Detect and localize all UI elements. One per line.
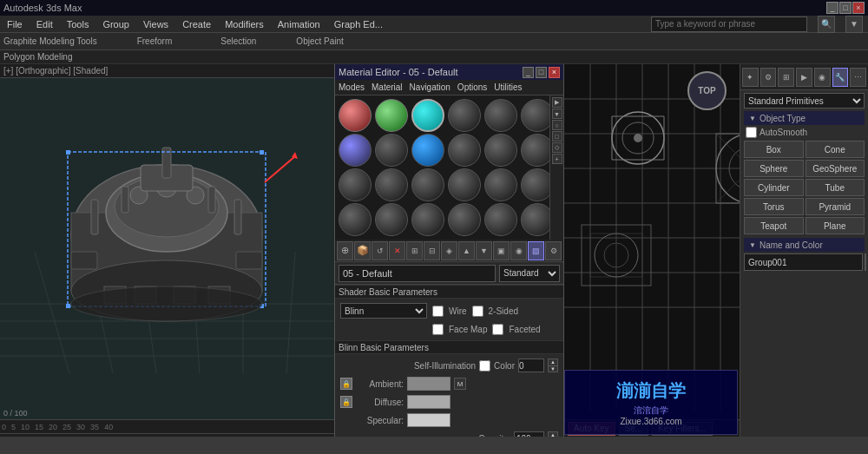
material-name-input[interactable] — [339, 265, 496, 282]
box-button[interactable]: Box — [744, 141, 804, 158]
cp-tab-modify[interactable]: ⚙ — [760, 68, 777, 87]
sphere-19[interactable] — [339, 203, 372, 236]
me-put-btn[interactable]: ▲ — [458, 241, 475, 260]
specular-swatch[interactable] — [407, 413, 450, 427]
menu-views[interactable]: Views — [141, 19, 170, 30]
opacity-input[interactable] — [514, 431, 544, 437]
viewport[interactable]: [+] [Orthographic] [Shaded] — [0, 64, 334, 437]
cp-tab-create[interactable]: ✦ — [742, 68, 759, 87]
me-side-btn-4[interactable]: □ — [552, 131, 562, 141]
menu-graph-ed[interactable]: Graph Ed... — [332, 19, 385, 30]
me-delete-btn[interactable]: ✕ — [389, 241, 405, 260]
two-sided-check[interactable] — [472, 306, 483, 317]
color-value[interactable] — [518, 359, 544, 372]
menu-file[interactable]: File — [5, 19, 24, 30]
sphere-8[interactable] — [375, 134, 408, 167]
search-button[interactable]: 🔍 — [818, 16, 835, 33]
color-spinner[interactable]: ▲ ▼ — [548, 359, 558, 372]
me-pick-btn[interactable]: ⊕ — [337, 241, 353, 260]
ambient-lock[interactable]: 🔒 — [340, 378, 352, 390]
sphere-3-active[interactable] — [411, 99, 444, 132]
sphere-17[interactable] — [484, 168, 517, 201]
me-background-btn[interactable]: ▣ — [493, 241, 510, 260]
cp-tab-display[interactable]: ◉ — [814, 68, 831, 87]
viewport-canvas[interactable]: 0 / 100 — [0, 78, 334, 419]
sphere-2[interactable] — [375, 99, 408, 132]
me-get-btn[interactable]: ▼ — [476, 241, 492, 260]
sphere-7[interactable] — [339, 134, 372, 167]
sphere-11[interactable] — [484, 134, 517, 167]
group-name-input[interactable] — [744, 253, 863, 271]
close-button[interactable]: × — [852, 2, 865, 14]
sphere-14[interactable] — [375, 168, 408, 201]
tube-button[interactable]: Tube — [806, 179, 865, 196]
cp-tab-hierarchy[interactable]: ⊞ — [778, 68, 794, 87]
shader-type-select[interactable]: Blinn — [340, 303, 427, 319]
cone-button[interactable]: Cone — [806, 141, 865, 158]
menu-edit[interactable]: Edit — [35, 19, 55, 30]
me-options-btn[interactable]: ⚙ — [545, 241, 562, 260]
sphere-21[interactable] — [411, 203, 444, 236]
me-close[interactable]: × — [549, 67, 560, 78]
autosmooth-check[interactable] — [746, 127, 757, 138]
me-menu-modes[interactable]: Modes — [337, 82, 366, 92]
me-reset-btn[interactable]: ↺ — [372, 241, 388, 260]
me-minimize[interactable]: _ — [523, 67, 534, 78]
object-type-header[interactable]: ▼ Object Type — [744, 111, 865, 125]
self-illum-check[interactable] — [479, 360, 490, 372]
search-extra-button[interactable]: ▼ — [845, 16, 863, 33]
minimize-button[interactable]: _ — [826, 2, 838, 14]
cylinder-button[interactable]: Cylinder — [744, 179, 804, 196]
ambient-swatch[interactable] — [407, 377, 450, 391]
me-view-btn-active[interactable]: ▧ — [528, 241, 544, 260]
me-side-btn-3[interactable]: ○ — [552, 120, 562, 130]
sphere-button[interactable]: Sphere — [744, 160, 804, 177]
sphere-16[interactable] — [448, 168, 481, 201]
sphere-10[interactable] — [448, 134, 481, 167]
ambient-map[interactable]: M — [454, 378, 466, 390]
sphere-5[interactable] — [484, 99, 517, 132]
sphere-1[interactable] — [339, 99, 372, 132]
material-type-select[interactable]: Standard — [499, 265, 560, 282]
geosphere-button[interactable]: GeoSphere — [806, 160, 865, 177]
menu-tools[interactable]: Tools — [65, 19, 91, 30]
me-side-btn-6[interactable]: + — [552, 154, 562, 164]
me-copy-btn[interactable]: ⊞ — [406, 241, 423, 260]
teapot-button[interactable]: Teapot — [744, 217, 804, 234]
wire-check[interactable] — [432, 306, 444, 317]
cp-tab-extra1[interactable]: ⋯ — [850, 68, 866, 87]
cp-category-select[interactable]: Standard Primitives — [744, 93, 865, 109]
me-menu-options[interactable]: Options — [456, 82, 489, 92]
sphere-22[interactable] — [448, 203, 481, 236]
cp-tab-motion[interactable]: ▶ — [796, 68, 812, 87]
sphere-13[interactable] — [339, 168, 372, 201]
torus-button[interactable]: Torus — [744, 198, 804, 215]
me-menu-utilities[interactable]: Utilities — [492, 82, 523, 92]
search-input[interactable] — [651, 16, 807, 32]
me-assign-btn[interactable]: 📦 — [354, 241, 371, 260]
color-picker-swatch[interactable] — [865, 253, 866, 271]
diffuse-swatch[interactable] — [407, 395, 450, 409]
sphere-4[interactable] — [448, 99, 481, 132]
cp-tab-utilities[interactable]: 🔧 — [832, 68, 849, 87]
me-paste-btn[interactable]: ⊟ — [424, 241, 440, 260]
me-menu-navigation[interactable]: Navigation — [408, 82, 452, 92]
maximize-button[interactable]: □ — [839, 2, 852, 14]
sphere-23[interactable] — [484, 203, 517, 236]
plane-button[interactable]: Plane — [806, 217, 865, 234]
me-menu-material[interactable]: Material — [370, 82, 404, 92]
menu-group[interactable]: Group — [101, 19, 131, 30]
me-backlit-btn[interactable]: ◉ — [510, 241, 527, 260]
schematic-view[interactable]: TOP — [564, 64, 740, 419]
menu-modifiers[interactable]: Modifiers — [223, 19, 266, 30]
me-make-unique-btn[interactable]: ◈ — [441, 241, 457, 260]
sphere-20[interactable] — [375, 203, 408, 236]
pyramid-button[interactable]: Pyramid — [806, 198, 865, 215]
me-params-scroll[interactable]: Shader Basic Parameters Blinn Wire 2-Sid… — [335, 285, 563, 437]
opacity-spinner[interactable]: ▲ ▼ — [548, 431, 558, 437]
menu-create[interactable]: Create — [181, 19, 213, 30]
me-side-btn-1[interactable]: ▶ — [552, 97, 562, 108]
sphere-9[interactable] — [411, 134, 444, 167]
me-side-btn-5[interactable]: ◇ — [552, 142, 562, 153]
faceted-check[interactable] — [492, 324, 503, 335]
